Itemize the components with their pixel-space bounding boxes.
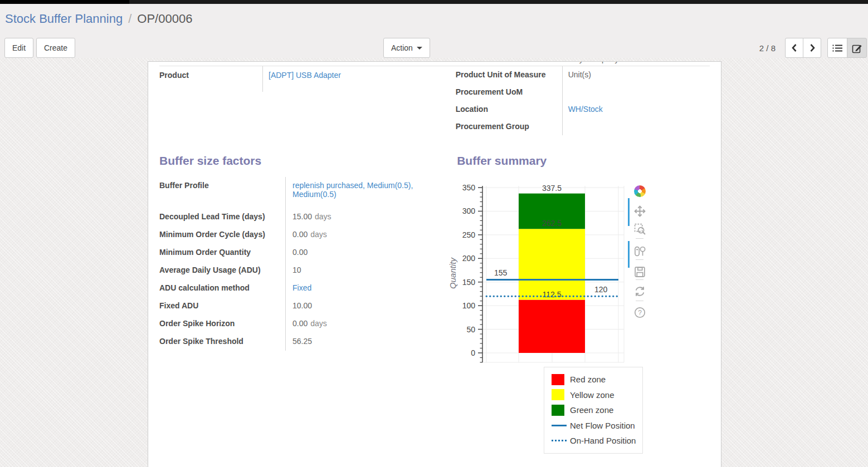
- y-tick-label: 300: [462, 207, 476, 215]
- factor-value: 10.00: [285, 297, 431, 315]
- chart-legend: Red zoneYellow zoneGreen zoneNet Flow Po…: [544, 367, 643, 454]
- clipped-company-value: My Company: [573, 62, 618, 63]
- factor-value-text: 10: [292, 266, 301, 274]
- action-dropdown-button[interactable]: Action: [383, 38, 430, 58]
- field-value: WH/Stock: [562, 101, 701, 118]
- factor-value-text-link[interactable]: replenish purchased, Medium(0.5), Medium…: [292, 181, 413, 199]
- factor-label: Buffer Profile: [159, 177, 285, 208]
- buffer-size-factors-section: Buffer size factors Buffer Profilereplen…: [159, 154, 437, 351]
- view-switcher: [827, 38, 867, 58]
- legend-label: Net Flow Position: [570, 421, 635, 430]
- y-tick-labels: 050100150200250300350: [462, 183, 476, 357]
- factor-row: Minimum Order Quantity0.00: [159, 244, 437, 262]
- factor-value: 0.00days: [285, 226, 431, 244]
- save-icon[interactable]: [633, 265, 646, 278]
- on-hand-position-swatch: [552, 440, 567, 441]
- modebar-active-indicator: [628, 241, 630, 268]
- factor-row: Fixed ADU10.00: [159, 297, 437, 315]
- field-value-text-link[interactable]: WH/Stock: [568, 105, 603, 114]
- field-row: LocationWH/Stock: [456, 101, 710, 118]
- next-record-button[interactable]: [803, 38, 821, 58]
- factor-value-text: 0.00: [292, 248, 308, 257]
- modebar-separator: [636, 301, 643, 301]
- green-zone-swatch: [552, 405, 564, 416]
- modebar-separator: [636, 259, 643, 260]
- bar-total-label: 112.5: [543, 290, 562, 299]
- factor-row: Order Spike Horizon0.00days: [159, 315, 437, 333]
- yellow-zone-swatch: [552, 389, 564, 400]
- section-title-buffer-size-factors: Buffer size factors: [159, 154, 437, 168]
- record-pager: [785, 38, 821, 58]
- field-value: Unit(s): [562, 66, 701, 83]
- legend-item[interactable]: Net Flow Position: [552, 418, 642, 434]
- factor-value-text: 56.25: [292, 337, 312, 346]
- breadcrumb-separator: /: [128, 12, 131, 26]
- y-tick-label: 0: [471, 348, 475, 357]
- modebar-separator: [636, 279, 643, 280]
- top-nav-bar: [0, 0, 868, 4]
- product-field-group: Product[ADPT] USB Adapter Product Unit o…: [159, 66, 710, 135]
- legend-swatch: [552, 425, 568, 426]
- pan-icon[interactable]: [633, 204, 646, 218]
- factor-value: Fixed: [285, 279, 431, 297]
- red-zone-bar: [519, 300, 585, 353]
- field-value-text-link[interactable]: [ADPT] USB Adapter: [269, 71, 341, 80]
- section-title-buffer-summary: Buffer summary: [457, 154, 710, 168]
- legend-label: Green zone: [570, 405, 613, 415]
- legend-item[interactable]: Yellow zone: [552, 387, 642, 403]
- y-axis: [478, 186, 482, 362]
- factor-value: 15.00days: [285, 208, 431, 226]
- factor-value: 10: [285, 262, 431, 279]
- legend-item[interactable]: On-Hand Position: [552, 433, 642, 449]
- product-group-right: Product Unit of MeasureUnit(s)Procuremen…: [456, 66, 710, 135]
- legend-label: On-Hand Position: [570, 436, 636, 445]
- help-icon[interactable]: ?: [633, 306, 646, 319]
- factor-label: Decoupled Lead Time (days): [159, 208, 285, 226]
- create-button[interactable]: Create: [36, 38, 75, 58]
- zoom-icon[interactable]: [633, 222, 646, 235]
- factor-row: Average Daily Usage (ADU)10: [159, 262, 437, 279]
- field-value-text: Unit(s): [568, 70, 591, 79]
- factor-value: replenish purchased, Medium(0.5), Medium…: [285, 177, 431, 208]
- factor-label: Order Spike Horizon: [159, 315, 285, 333]
- y-tick-label: 100: [462, 301, 476, 310]
- field-value: [ADPT] USB Adapter: [262, 66, 430, 92]
- list-view-button[interactable]: [827, 38, 847, 58]
- breadcrumb: Stock Buffer Planning / OP/00006: [0, 4, 868, 33]
- red-zone-swatch: [552, 374, 564, 385]
- legend-item[interactable]: Red zone: [552, 372, 642, 387]
- breadcrumb-parent-link[interactable]: Stock Buffer Planning: [5, 12, 123, 26]
- legend-item[interactable]: Green zone: [552, 402, 642, 418]
- svg-text:?: ?: [638, 308, 642, 316]
- factor-label: Fixed ADU: [159, 297, 285, 315]
- factor-value: 0.00days: [285, 315, 431, 333]
- factor-label: Minimum Order Quantity: [159, 244, 285, 262]
- previous-record-button[interactable]: [785, 38, 803, 58]
- form-view-button[interactable]: [847, 38, 867, 58]
- y-tick-label: 200: [462, 254, 476, 263]
- field-label: Procurement UoM: [456, 83, 562, 101]
- modebar-separator: [636, 238, 643, 239]
- pager-counter: 2 / 8: [759, 38, 776, 58]
- edit-button[interactable]: Edit: [4, 38, 33, 58]
- reset-axes-icon[interactable]: [633, 284, 646, 298]
- buffer-summary-chart[interactable]: 112.5262.5337.51551200501001502002503003…: [446, 182, 638, 368]
- field-row: Product[ADPT] USB Adapter: [159, 66, 436, 92]
- legend-label: Red zone: [570, 375, 606, 384]
- compare-hover-icon[interactable]: [633, 244, 646, 258]
- legend-label: Yellow zone: [570, 390, 615, 400]
- plotly-logo-icon[interactable]: [633, 184, 646, 198]
- legend-swatch: [552, 405, 568, 416]
- next-arrow-icon: [808, 43, 816, 52]
- factor-unit: days: [315, 212, 331, 221]
- form-view-icon: [852, 43, 862, 53]
- y-tick-label: 250: [462, 230, 476, 239]
- y-tick-label: 350: [462, 183, 476, 192]
- factor-label: Minimum Order Cycle (days): [159, 226, 285, 244]
- field-label: Location: [456, 101, 562, 118]
- form-sheet: My Company Product[ADPT] USB Adapter Pro…: [148, 61, 721, 467]
- y-axis-title: Quantity: [448, 257, 457, 289]
- modebar-active-indicator: [628, 198, 630, 226]
- factor-value-text-link[interactable]: Fixed: [292, 283, 311, 292]
- factor-value: 56.25: [285, 333, 431, 351]
